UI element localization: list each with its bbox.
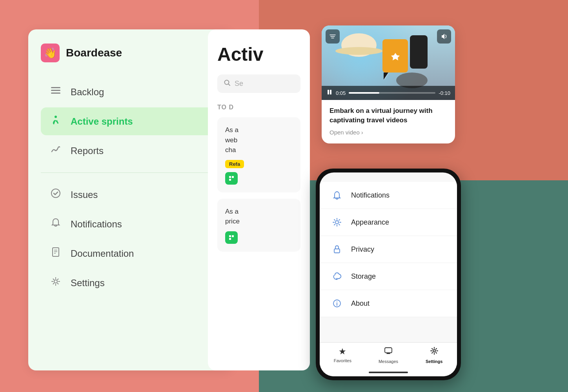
- video-controls: 0:05 -0:10: [322, 86, 455, 100]
- svg-line-30: [339, 220, 340, 220]
- phone-tab-messages[interactable]: Messages: [366, 347, 411, 364]
- svg-line-11: [228, 84, 230, 85]
- svg-line-29: [339, 224, 340, 225]
- svg-rect-12: [229, 176, 231, 178]
- phone-privacy-icon: [331, 243, 343, 256]
- svg-rect-22: [330, 90, 331, 94]
- svg-rect-2: [51, 93, 60, 94]
- task-icon-1: [225, 231, 238, 244]
- video-link-text: Open video: [330, 129, 360, 136]
- phone-tab-settings[interactable]: Settings: [411, 347, 457, 364]
- sidebar-item-settings-label: Settings: [71, 278, 105, 289]
- video-progress-fill: [349, 92, 379, 94]
- search-bar[interactable]: Se: [217, 74, 300, 93]
- svg-rect-17: [229, 238, 231, 240]
- task-icon-row-0: [225, 172, 293, 185]
- phone-storage-icon: [331, 270, 343, 283]
- sidebar-item-notifications[interactable]: Notifications: [41, 210, 220, 238]
- phone-storage-label: Storage: [351, 272, 376, 281]
- sidebar: 👋 Boardease Backlog: [28, 29, 232, 370]
- svg-point-23: [335, 221, 339, 224]
- phone-tab-favorites[interactable]: ★ Favorites: [320, 347, 366, 364]
- sidebar-item-settings[interactable]: Settings: [41, 269, 220, 297]
- messages-tab-label: Messages: [379, 359, 398, 364]
- active-sprints-icon: [49, 114, 63, 128]
- svg-line-28: [334, 220, 335, 220]
- svg-rect-32: [334, 249, 340, 253]
- video-link[interactable]: Open video ›: [330, 129, 447, 136]
- svg-point-3: [55, 116, 57, 118]
- documentation-icon: [49, 247, 63, 260]
- backlog-icon: [49, 85, 63, 99]
- svg-point-35: [337, 301, 337, 302]
- svg-rect-14: [229, 179, 231, 181]
- svg-rect-36: [385, 348, 392, 353]
- phone-privacy-label: Privacy: [351, 245, 374, 254]
- task-text-0: As awebcha: [225, 125, 293, 155]
- video-progress-bar[interactable]: [349, 92, 435, 94]
- phone-menu-storage[interactable]: Storage: [320, 263, 457, 290]
- phone-appearance-icon: [331, 216, 343, 229]
- svg-rect-15: [229, 235, 231, 237]
- phone-content: Notifications: [320, 172, 457, 342]
- sidebar-item-issues-label: Issues: [71, 189, 98, 200]
- chevron-right-icon: ›: [361, 129, 363, 136]
- sidebar-item-notifications-label: Notifications: [71, 219, 122, 230]
- sidebar-item-issues[interactable]: Issues: [41, 181, 220, 209]
- settings-tab-icon: [430, 347, 439, 358]
- phone-thumb-shape: [410, 35, 428, 69]
- messages-tab-icon: [384, 347, 393, 358]
- svg-point-4: [51, 189, 60, 198]
- task-card-0: As awebcha Refa: [217, 117, 300, 192]
- logo-text: Boardease: [66, 47, 122, 59]
- todo-label: TO D: [217, 104, 300, 111]
- phone-menu-appearance[interactable]: Appearance: [320, 209, 457, 236]
- phone-menu-notifications[interactable]: Notifications: [320, 182, 457, 209]
- issues-icon: [49, 188, 63, 201]
- sidebar-logo: 👋 Boardease: [41, 44, 220, 62]
- sidebar-item-active-sprints-label: Active sprints: [71, 116, 133, 127]
- task-icon-0: [225, 172, 238, 185]
- notifications-icon: [49, 217, 63, 231]
- home-bar: [369, 372, 408, 373]
- phone-menu-about[interactable]: About: [320, 290, 457, 317]
- phone-menu-privacy[interactable]: Privacy: [320, 236, 457, 263]
- hat-brim: [335, 47, 382, 55]
- sidebar-item-documentation-label: Documentation: [71, 248, 134, 259]
- video-volume-btn[interactable]: [437, 29, 451, 44]
- video-filter-btn[interactable]: [326, 29, 340, 44]
- settings-icon: [49, 276, 63, 290]
- video-title: Embark on a virtual journey with captiva…: [330, 106, 447, 125]
- nav-divider: [41, 172, 220, 173]
- sidebar-item-reports-label: Reports: [71, 145, 104, 156]
- phone-appearance-label: Appearance: [351, 218, 389, 227]
- filter-icon: [326, 29, 340, 44]
- task-icon-row-1: [225, 231, 293, 244]
- sidebar-nav: Backlog Active sprints Reports: [41, 78, 220, 297]
- sidebar-item-backlog[interactable]: Backlog: [41, 78, 220, 106]
- favorites-tab-label: Favorites: [334, 358, 351, 363]
- video-info: Embark on a virtual journey with captiva…: [322, 100, 455, 143]
- video-time-end: -0:10: [439, 90, 450, 96]
- search-placeholder: Se: [235, 80, 243, 88]
- favorites-tab-icon: ★: [339, 347, 346, 357]
- pause-btn[interactable]: [326, 89, 333, 97]
- svg-rect-0: [51, 87, 60, 88]
- passport-shape: [382, 39, 408, 73]
- search-icon: [224, 79, 231, 88]
- svg-rect-1: [51, 90, 60, 91]
- sidebar-item-reports[interactable]: Reports: [41, 137, 220, 165]
- svg-point-9: [54, 280, 57, 283]
- phone-tab-bar: ★ Favorites Messages: [320, 342, 457, 370]
- sidebar-item-documentation[interactable]: Documentation: [41, 240, 220, 267]
- phone-about-label: About: [351, 299, 370, 308]
- main-title: Activ: [217, 44, 300, 65]
- settings-tab-label: Settings: [426, 359, 442, 364]
- volume-icon: [437, 29, 451, 44]
- video-time-current: 0:05: [336, 90, 346, 96]
- phone-notifications-label: Notifications: [351, 191, 390, 200]
- phone-about-icon: [331, 297, 343, 310]
- main-panel: Activ Se TO D As awebcha Refa As aprice: [208, 29, 310, 370]
- svg-line-31: [334, 224, 335, 225]
- sidebar-item-active-sprints[interactable]: Active sprints: [41, 107, 220, 135]
